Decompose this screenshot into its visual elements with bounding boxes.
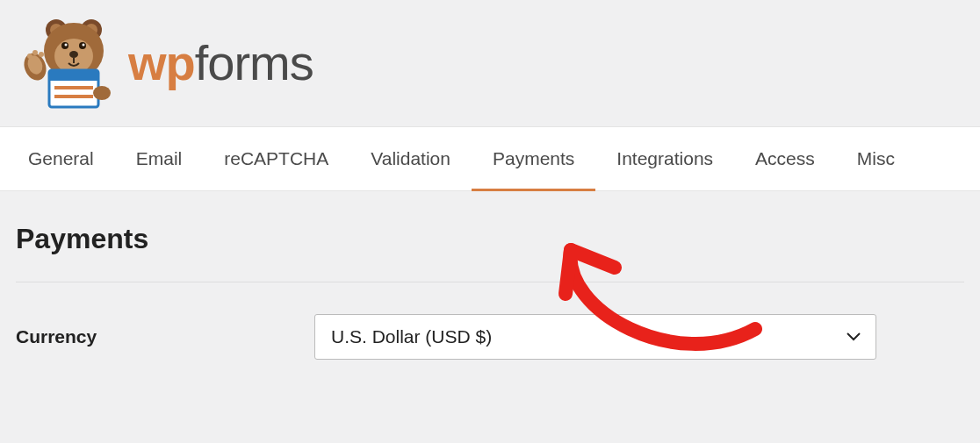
tab-validation[interactable]: Validation xyxy=(349,127,472,190)
content: Payments Currency U.S. Dollar (USD $) xyxy=(0,191,980,360)
tab-integrations[interactable]: Integrations xyxy=(595,127,734,190)
tab-label: Integrations xyxy=(616,148,713,168)
settings-tabs: General Email reCAPTCHA Validation Payme… xyxy=(0,126,980,191)
logo-text: wpforms xyxy=(128,34,313,91)
svg-rect-14 xyxy=(54,95,93,98)
currency-label: Currency xyxy=(16,326,314,347)
tab-label: Email xyxy=(136,148,183,168)
tab-label: Validation xyxy=(371,148,450,168)
tab-misc[interactable]: Misc xyxy=(836,127,916,190)
svg-point-9 xyxy=(83,44,85,46)
tab-label: General xyxy=(28,148,94,168)
svg-point-20 xyxy=(93,86,111,100)
section-title: Payments xyxy=(16,223,964,282)
tab-label: Misc xyxy=(857,148,895,168)
logo-forms: forms xyxy=(195,35,313,90)
svg-rect-13 xyxy=(54,86,93,89)
tab-general[interactable]: General xyxy=(7,127,115,190)
wpforms-mascot-icon xyxy=(18,14,121,111)
currency-select[interactable]: U.S. Dollar (USD $) xyxy=(314,314,876,360)
tab-label: Payments xyxy=(493,148,574,168)
tab-email[interactable]: Email xyxy=(115,127,204,190)
logo-wp: wp xyxy=(128,35,195,90)
svg-point-17 xyxy=(27,54,32,59)
currency-row: Currency U.S. Dollar (USD $) xyxy=(16,314,964,360)
svg-point-10 xyxy=(69,51,78,58)
svg-point-18 xyxy=(32,50,38,55)
currency-select-wrap: U.S. Dollar (USD $) xyxy=(314,314,876,360)
tab-recaptcha[interactable]: reCAPTCHA xyxy=(203,127,349,190)
tab-access[interactable]: Access xyxy=(734,127,836,190)
svg-point-19 xyxy=(39,52,44,57)
logo: wpforms xyxy=(18,14,962,111)
svg-rect-12 xyxy=(49,70,98,81)
tab-label: reCAPTCHA xyxy=(224,148,328,168)
header: wpforms xyxy=(0,0,980,126)
tab-label: Access xyxy=(755,148,815,168)
currency-selected-value: U.S. Dollar (USD $) xyxy=(331,326,492,347)
svg-point-8 xyxy=(65,44,68,46)
tab-payments[interactable]: Payments xyxy=(472,127,595,190)
